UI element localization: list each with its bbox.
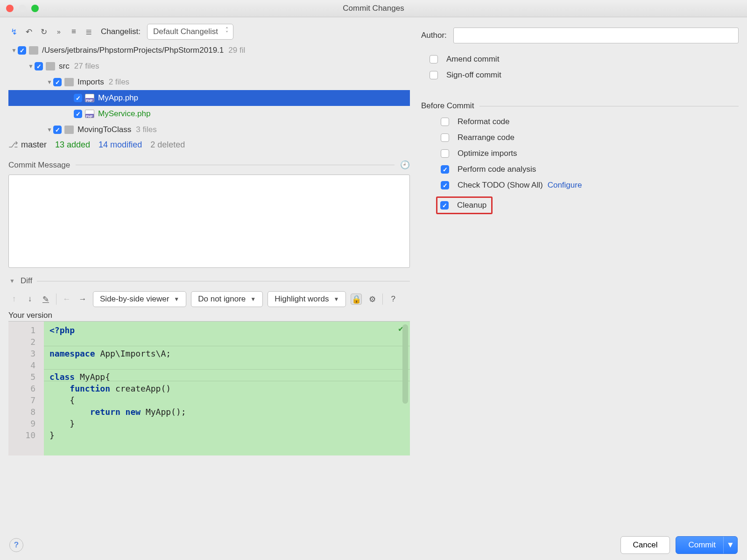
chevron-down-icon[interactable]: ▼ — [8, 278, 16, 284]
undo-icon[interactable]: ↶ — [23, 26, 35, 37]
edit-icon[interactable]: ✎ — [40, 294, 51, 305]
checkbox[interactable] — [35, 62, 43, 70]
before-commit-header: Before Commit — [421, 101, 739, 111]
amend-row: Amend commit — [430, 55, 739, 64]
tree-file-myservice[interactable]: MyService.php — [8, 106, 410, 122]
cancel-button[interactable]: Cancel — [620, 536, 670, 554]
help-icon[interactable]: ? — [388, 294, 399, 305]
window-controls — [6, 5, 39, 12]
tree-root[interactable]: ▼ /Users/jetbrains/PhpstormProjects/PhpS… — [8, 42, 410, 58]
prev-file-icon[interactable]: ← — [61, 294, 72, 305]
prev-diff-icon[interactable]: ↑ — [8, 294, 20, 305]
tree-src[interactable]: ▼ src 27 files — [8, 58, 410, 74]
rearrange-label: Rearrange code — [458, 133, 514, 142]
checkbox[interactable] — [441, 149, 449, 158]
analysis-row: Perform code analysis — [441, 165, 739, 174]
branch-status: ⎇master 13 added 14 modified 2 deleted — [8, 140, 410, 150]
file-count: 29 fil — [228, 46, 245, 55]
commit-message-input[interactable] — [8, 175, 410, 268]
viewer-mode-select[interactable]: Side-by-side viewer▼ — [93, 291, 186, 307]
folder-label: MovingToClass — [78, 125, 131, 134]
configure-link[interactable]: Configure — [548, 181, 582, 190]
code-body: <?php namespace App\Imports\A; class MyA… — [44, 322, 410, 455]
chevron-down-icon[interactable]: ▼ — [723, 537, 737, 553]
folder-icon — [46, 62, 55, 70]
analysis-label: Perform code analysis — [458, 165, 536, 174]
signoff-label: Sign-off commit — [446, 70, 501, 80]
divider — [37, 281, 410, 281]
tree-path: /Users/jetbrains/PhpstormProjects/PhpSto… — [42, 46, 224, 55]
section-title: Diff — [21, 276, 32, 286]
minimize-window-icon[interactable] — [19, 5, 26, 12]
tree-file-myapp[interactable]: MyApp.php — [8, 90, 410, 106]
chevron-down-icon[interactable]: ▼ — [27, 63, 35, 70]
checkbox[interactable] — [53, 126, 62, 134]
gear-icon[interactable]: ⚙ — [366, 294, 378, 305]
tree-moving[interactable]: ▼ MovingToClass 3 files — [8, 122, 410, 138]
collapse-all-icon[interactable]: ≣ — [83, 26, 94, 37]
file-label: MyApp.php — [98, 93, 138, 103]
checkbox[interactable] — [53, 78, 62, 86]
chevron-down-icon: ▼ — [250, 296, 256, 302]
help-button[interactable]: ? — [9, 538, 23, 552]
more-icon[interactable]: » — [53, 26, 64, 37]
folder-label: Imports — [78, 77, 104, 87]
chevron-down-icon[interactable]: ▼ — [46, 79, 53, 85]
zoom-window-icon[interactable] — [31, 5, 39, 12]
highlight-select[interactable]: Highlight words▼ — [268, 291, 346, 307]
branch-name: master — [21, 140, 47, 149]
diff-header: ▼ Diff — [8, 276, 410, 286]
window-title: Commit Changes — [0, 4, 747, 13]
author-label: Author: — [421, 31, 447, 40]
titlebar: Commit Changes — [0, 0, 747, 17]
checkbox[interactable] — [441, 133, 449, 142]
author-input[interactable] — [453, 28, 739, 43]
checkbox[interactable] — [441, 165, 449, 174]
file-count: 3 files — [136, 125, 156, 134]
optimize-label: Optimize imports — [458, 149, 517, 158]
section-title: Before Commit — [421, 101, 474, 111]
tree-imports[interactable]: ▼ Imports 2 files — [8, 74, 410, 90]
deleted-count: 2 deleted — [150, 140, 185, 150]
folder-icon — [64, 126, 74, 134]
whitespace-select[interactable]: Do not ignore▼ — [191, 291, 263, 307]
added-count: 13 added — [55, 140, 90, 150]
close-window-icon[interactable] — [6, 5, 14, 12]
show-diff-icon[interactable]: ↯ — [8, 26, 20, 37]
rearrange-row: Rearrange code — [441, 133, 739, 142]
folder-icon — [29, 46, 38, 55]
reformat-label: Reformat code — [458, 117, 510, 126]
next-diff-icon[interactable]: ↓ — [24, 294, 35, 305]
checkbox[interactable] — [441, 118, 449, 126]
commit-button[interactable]: Commit ▼ — [676, 536, 738, 554]
signoff-row: Sign-off commit — [430, 70, 739, 80]
chevron-down-icon[interactable]: ▼ — [46, 126, 53, 133]
code-diff[interactable]: 12345678910 <?php namespace App\Imports\… — [8, 321, 410, 455]
checkbox[interactable] — [430, 71, 438, 79]
scrollbar[interactable] — [402, 324, 408, 404]
footer: ? Cancel Commit ▼ — [0, 530, 747, 560]
changes-tree: ▼ /Users/jetbrains/PhpstormProjects/PhpS… — [8, 42, 410, 138]
commit-toolbar: ↯ ↶ ↻ » ≡ ≣ Changelist: Default Changeli… — [8, 24, 410, 40]
expand-all-icon[interactable]: ≡ — [68, 26, 79, 37]
checkbox[interactable] — [74, 94, 82, 102]
file-count: 27 files — [74, 62, 99, 71]
php-file-icon — [85, 110, 94, 118]
checkbox[interactable] — [74, 110, 82, 118]
author-row: Author: — [421, 28, 739, 43]
checkbox[interactable] — [440, 201, 449, 210]
checkbox[interactable] — [18, 46, 26, 55]
folder-icon — [64, 78, 74, 86]
chevron-down-icon: ▼ — [333, 296, 339, 302]
chevron-down-icon[interactable]: ▼ — [10, 47, 18, 54]
changelist-select[interactable]: Default Changelist ˄˅ — [147, 24, 233, 40]
checkbox[interactable] — [441, 181, 449, 189]
section-title: Commit Message — [8, 161, 70, 170]
refresh-icon[interactable]: ↻ — [38, 26, 49, 37]
history-icon[interactable]: 🕘 — [400, 160, 410, 170]
cleanup-highlight: Cleanup — [436, 196, 493, 214]
lock-icon[interactable]: 🔒 — [351, 294, 362, 305]
next-file-icon[interactable]: → — [77, 294, 88, 305]
cleanup-row: Cleanup — [436, 196, 739, 214]
checkbox[interactable] — [430, 55, 438, 63]
